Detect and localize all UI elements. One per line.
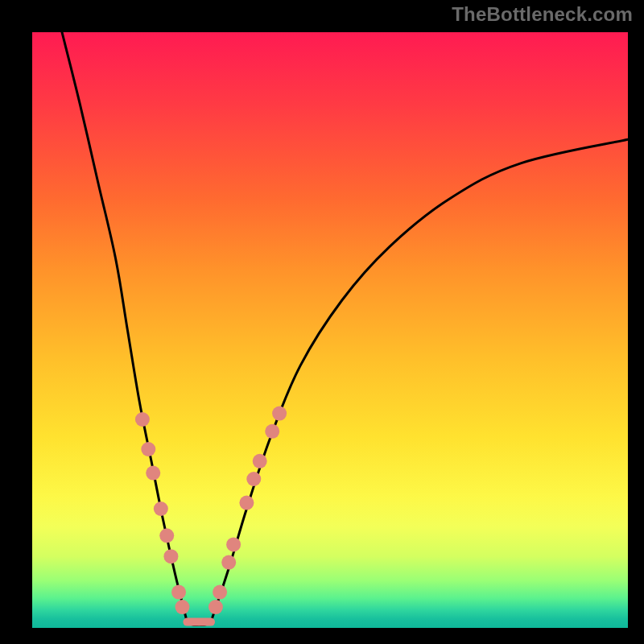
marker-dot xyxy=(208,600,223,614)
marker-dot xyxy=(159,528,174,543)
right-branch-curve xyxy=(211,139,628,621)
marker-dot xyxy=(175,600,189,614)
marker-dot xyxy=(146,466,160,481)
marker-dot xyxy=(246,472,261,486)
marker-dot xyxy=(163,549,178,564)
marker-dot xyxy=(135,412,150,427)
marker-dot xyxy=(239,496,254,510)
plot-area xyxy=(32,32,628,628)
watermark-text: TheBottleneck.com xyxy=(452,3,633,26)
marker-dot xyxy=(272,407,287,421)
marker-dot xyxy=(221,555,236,570)
chart-frame: TheBottleneck.com xyxy=(0,0,644,644)
marker-dot xyxy=(265,424,279,439)
marker-dot xyxy=(154,502,168,516)
marker-dots xyxy=(135,407,287,614)
marker-dot xyxy=(213,585,227,600)
curve-layer xyxy=(32,32,628,628)
marker-dot xyxy=(253,454,267,469)
marker-dot xyxy=(141,442,155,456)
marker-dot xyxy=(171,585,186,600)
marker-dot xyxy=(226,537,241,551)
